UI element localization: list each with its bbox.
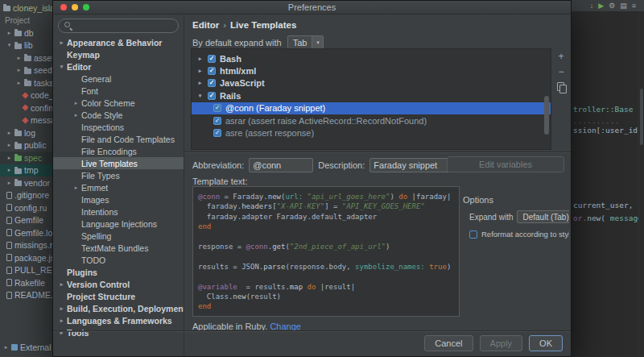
- settings-item-color-scheme[interactable]: ▸Color Scheme: [53, 97, 184, 109]
- dialog-titlebar[interactable]: Preferences: [53, 1, 571, 15]
- settings-item-tools[interactable]: ▸Tools: [53, 326, 184, 338]
- project-item-config-ru[interactable]: config.ru: [0, 201, 52, 214]
- project-item-gemfile[interactable]: Gemfile: [0, 214, 52, 227]
- settings-item-keymap[interactable]: Keymap: [53, 48, 184, 60]
- project-item-tmp[interactable]: ▸tmp: [0, 164, 52, 177]
- template-item-bash[interactable]: ▸✓Bash: [192, 52, 551, 64]
- project-item-pull-requ[interactable]: PULL_REQU: [0, 264, 52, 277]
- project-selector[interactable]: cloney_island ▾: [0, 0, 52, 13]
- edit-variables-button[interactable]: Edit variables: [447, 156, 564, 172]
- expand-with-combobox[interactable]: Default (Tab): [517, 210, 569, 223]
- checked-checkbox[interactable]: ✓: [208, 79, 216, 87]
- settings-item-textmate-bundles[interactable]: TextMate Bundles: [53, 242, 184, 254]
- duplicate-template-button[interactable]: [557, 82, 565, 92]
- project-item-rakefile[interactable]: Rakefile: [0, 276, 52, 289]
- project-item-vendor[interactable]: ▸vendor: [0, 176, 52, 189]
- settings-item-file-and-code-templates[interactable]: File and Code Templates: [53, 133, 184, 145]
- chevron-right-icon[interactable]: ▸: [196, 80, 204, 86]
- project-item-spec[interactable]: ▸spec: [0, 152, 52, 164]
- cancel-button[interactable]: Cancel: [424, 335, 473, 351]
- chevron-right-icon[interactable]: ▸: [6, 167, 12, 173]
- abbreviation-field[interactable]: [249, 158, 313, 172]
- chevron-down-icon[interactable]: ▾: [196, 93, 204, 99]
- chevron-right-icon[interactable]: ▸: [16, 80, 22, 86]
- project-item-missings-m[interactable]: missings.m: [0, 239, 52, 252]
- project-item-gitignore[interactable]: .gitignore: [0, 189, 52, 202]
- checked-checkbox[interactable]: ✓: [208, 67, 216, 75]
- project-item-public[interactable]: ▸public: [0, 139, 52, 152]
- search-input[interactable]: [76, 21, 178, 31]
- checked-checkbox[interactable]: ✓: [213, 129, 221, 137]
- chevron-down-icon[interactable]: [312, 36, 323, 48]
- zoom-window-button[interactable]: [83, 4, 89, 10]
- chevron-right-icon[interactable]: ▸: [6, 180, 12, 186]
- add-template-button[interactable]: +: [558, 52, 564, 61]
- settings-item-general[interactable]: General: [53, 73, 184, 85]
- settings-search[interactable]: [58, 19, 179, 33]
- settings-item-images[interactable]: Images: [53, 193, 184, 205]
- project-item-code-gen[interactable]: code_gen: [0, 89, 52, 102]
- editor-scrollbar[interactable]: [638, 12, 644, 357]
- settings-item-project-structure[interactable]: Project Structure: [53, 290, 184, 302]
- project-item-message[interactable]: message_: [0, 114, 52, 127]
- checked-checkbox[interactable]: ✓: [208, 55, 216, 63]
- settings-item-live-templates[interactable]: Live Templates: [53, 157, 184, 169]
- project-item-seeds[interactable]: ▸seeds: [0, 64, 52, 77]
- project-item-log[interactable]: ▸log: [0, 127, 52, 139]
- settings-item-inspections[interactable]: Inspections: [53, 121, 184, 133]
- editor-scrollbar-thumb[interactable]: [640, 89, 643, 145]
- default-expand-combobox[interactable]: Tab: [287, 35, 324, 49]
- chevron-right-icon[interactable]: ▸: [6, 130, 12, 136]
- settings-item-version-control[interactable]: ▸Version Control: [53, 278, 184, 290]
- project-item-db[interactable]: ▸db: [0, 27, 52, 39]
- description-field[interactable]: [369, 158, 458, 172]
- settings-item-code-style[interactable]: ▸Code Style: [53, 109, 184, 121]
- settings-item-todo[interactable]: TODO: [53, 254, 184, 266]
- close-window-button[interactable]: [60, 4, 67, 10]
- project-item-gemfile-loc[interactable]: Gemfile.loc: [0, 226, 52, 239]
- project-item-readme-m[interactable]: README.m: [0, 289, 52, 302]
- chevron-down-icon[interactable]: ▾: [6, 42, 12, 48]
- settings-item-emmet[interactable]: ▸Emmet: [53, 181, 184, 193]
- chevron-right-icon[interactable]: ▸: [16, 55, 22, 61]
- project-item-tasks[interactable]: ▸tasks: [0, 77, 52, 89]
- template-item-javascript[interactable]: ▸✓JavaScript: [192, 77, 551, 89]
- settings-item-intentions[interactable]: Intentions: [53, 205, 184, 218]
- template-item-rails[interactable]: ▾✓Rails: [192, 89, 551, 102]
- template-code[interactable]: @conn = Faraday.new(url: "api_url_goes_h…: [192, 186, 460, 317]
- settings-item-languages-frameworks[interactable]: ▸Languages & Frameworks: [53, 314, 184, 326]
- checked-checkbox[interactable]: ✓: [208, 92, 216, 100]
- checked-checkbox[interactable]: ✓: [213, 117, 221, 125]
- reformat-checkbox[interactable]: [469, 230, 477, 239]
- template-list-scrollbar-thumb[interactable]: [544, 96, 549, 135]
- settings-item-plugins[interactable]: Plugins: [53, 266, 184, 278]
- project-item-package-jso[interactable]: package.jso: [0, 251, 52, 264]
- remove-template-button[interactable]: −: [558, 67, 564, 77]
- settings-item-build-execution-deployment[interactable]: ▸Build, Execution, Deployment: [53, 302, 184, 314]
- template-item-html-xml[interactable]: ▸✓html/xml: [192, 64, 551, 77]
- settings-item-appearance-behavior[interactable]: ▸Appearance & Behavior: [53, 36, 184, 48]
- settings-item-font[interactable]: Font: [53, 85, 184, 97]
- template-item-conn-faraday-snippet[interactable]: ✓@conn (Faraday snippet): [192, 102, 551, 114]
- chevron-right-icon[interactable]: ▸: [16, 67, 22, 73]
- ok-button[interactable]: OK: [529, 335, 563, 351]
- project-item-confirmat[interactable]: confirmat: [0, 102, 52, 114]
- settings-item-editor[interactable]: ▾Editor: [53, 60, 184, 73]
- settings-item-language-injections[interactable]: Language Injections: [53, 218, 184, 230]
- chevron-right-icon[interactable]: ▸: [196, 56, 204, 62]
- settings-item-file-encodings[interactable]: File Encodings: [53, 145, 184, 157]
- project-item-assets[interactable]: ▸assets: [0, 52, 52, 64]
- checked-checkbox[interactable]: ✓: [213, 104, 221, 112]
- settings-item-spelling[interactable]: Spelling: [53, 230, 184, 242]
- chevron-right-icon[interactable]: ▸: [196, 68, 204, 74]
- settings-item-file-types[interactable]: File Types: [53, 169, 184, 181]
- project-item-lib[interactable]: ▾lib: [0, 39, 52, 52]
- apply-button[interactable]: Apply: [480, 335, 523, 351]
- minimize-window-button[interactable]: [72, 4, 78, 10]
- template-item-asre-assert-response[interactable]: ✓asre (assert response): [192, 127, 551, 139]
- chevron-right-icon[interactable]: ▸: [6, 155, 12, 161]
- template-item-asrar-assert-raise-activerecord-recordnotfound[interactable]: ✓asrar (assert raise ActiveRecord::Recor…: [192, 114, 551, 127]
- chevron-right-icon[interactable]: ▸: [6, 30, 12, 36]
- chevron-right-icon[interactable]: ▸: [6, 142, 12, 148]
- external-libraries-item[interactable]: ▸ External Libra: [0, 341, 52, 354]
